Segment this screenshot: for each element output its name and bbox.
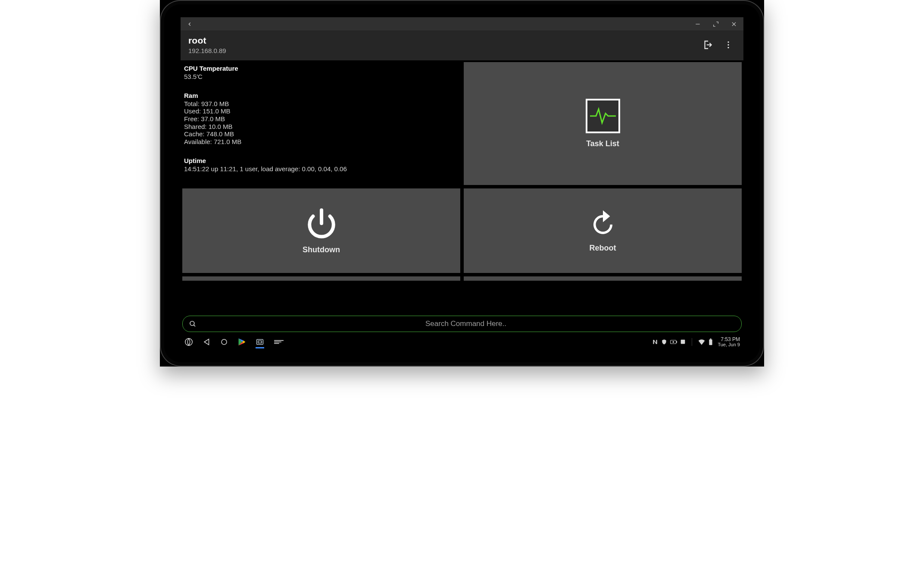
svg-rect-22	[710, 338, 712, 339]
close-icon	[731, 21, 737, 27]
ram-used: Used: 151.0 MB	[184, 107, 459, 115]
launcher-icon	[184, 337, 194, 347]
search-icon	[189, 320, 197, 328]
maximize-button[interactable]	[709, 18, 723, 31]
tray-app-icon	[680, 339, 686, 345]
power-icon	[306, 207, 337, 239]
tray-shield-icon	[661, 339, 667, 345]
svg-marker-10	[204, 339, 209, 345]
ram-available: Available: 721.0 MB	[184, 138, 459, 146]
wifi-icon	[698, 339, 705, 345]
nav-back-icon	[203, 338, 211, 346]
ram-free: Free: 37.0 MB	[184, 115, 459, 123]
svg-line-8	[194, 325, 195, 326]
minimize-button[interactable]	[691, 18, 705, 31]
svg-point-19	[673, 342, 674, 343]
tile-peek-left	[182, 276, 460, 281]
play-store-app[interactable]	[237, 338, 246, 346]
ram-shared: Shared: 10.0 MB	[184, 123, 459, 131]
ram-total: Total: 937.0 MB	[184, 100, 459, 108]
nav-home-button[interactable]	[220, 338, 228, 346]
maximize-icon	[713, 21, 719, 27]
recents-button[interactable]	[274, 338, 284, 345]
logout-button[interactable]	[699, 37, 716, 53]
svg-rect-21	[709, 339, 712, 345]
uptime-heading: Uptime	[184, 157, 459, 164]
system-info-panel: CPU Temperature 53.5'C Ram Total: 937.0 …	[182, 62, 460, 185]
page-subtitle: 192.168.0.89	[188, 47, 226, 54]
task-list-label: Task List	[586, 139, 619, 148]
svg-point-4	[727, 44, 729, 45]
recents-icon	[274, 338, 284, 345]
system-taskbar: 7:53 PM Tue, Jun 9	[181, 335, 743, 349]
minimize-icon	[695, 21, 701, 27]
ram-cache: Cache: 748.0 MB	[184, 130, 459, 138]
searchbar-area	[181, 312, 743, 335]
reboot-label: Reboot	[590, 244, 616, 253]
svg-rect-13	[258, 341, 262, 343]
tile-peek-right	[464, 276, 742, 281]
uptime-value: 14:51:22 up 11:21, 1 user, load average:…	[184, 165, 459, 173]
battery-icon	[708, 338, 713, 345]
screen: root 192.168.0.89	[181, 17, 743, 349]
tray-battery-saver-icon	[670, 339, 677, 345]
reboot-icon	[589, 209, 617, 238]
nav-back-button[interactable]	[203, 338, 211, 346]
clock-date: Tue, Jun 9	[718, 342, 740, 348]
close-button[interactable]	[727, 18, 741, 31]
activity-monitor-icon	[586, 99, 620, 133]
cpu-temp-value: 53.5'C	[184, 73, 459, 81]
task-list-tile[interactable]: Task List	[464, 62, 742, 185]
search-input[interactable]	[197, 320, 735, 328]
clock-time: 7:53 PM	[721, 337, 740, 342]
window-titlebar	[181, 17, 743, 31]
chevron-left-icon	[187, 21, 193, 27]
svg-rect-20	[681, 340, 685, 344]
svg-point-9	[185, 338, 193, 346]
app-header: root 192.168.0.89	[181, 31, 743, 60]
more-vertical-icon	[724, 40, 733, 50]
current-app-task[interactable]	[256, 338, 264, 346]
svg-rect-12	[257, 339, 263, 345]
cpu-temp-heading: CPU Temperature	[184, 65, 459, 72]
launcher-button[interactable]	[184, 337, 194, 347]
tray-n-icon	[652, 339, 658, 345]
svg-point-7	[190, 321, 194, 326]
reboot-tile[interactable]: Reboot	[464, 188, 742, 273]
svg-point-3	[727, 41, 729, 43]
system-tray[interactable]	[652, 339, 686, 345]
searchbar[interactable]	[182, 316, 742, 332]
svg-point-5	[727, 47, 729, 48]
status-icons[interactable]	[698, 338, 713, 345]
ram-heading: Ram	[184, 92, 459, 99]
svg-point-11	[222, 339, 227, 345]
play-store-icon	[237, 338, 246, 346]
svg-rect-18	[677, 342, 677, 343]
terminal-app-icon	[256, 338, 264, 346]
back-button[interactable]	[185, 18, 194, 31]
tray-separator	[692, 338, 692, 346]
main-content: CPU Temperature 53.5'C Ram Total: 937.0 …	[181, 60, 743, 312]
clock[interactable]: 7:53 PM Tue, Jun 9	[718, 337, 740, 347]
nav-home-icon	[220, 338, 228, 346]
shutdown-tile[interactable]: Shutdown	[182, 188, 460, 273]
more-menu-button[interactable]	[721, 38, 736, 52]
logout-icon	[702, 39, 713, 50]
shutdown-label: Shutdown	[303, 245, 340, 254]
page-title: root	[188, 35, 226, 46]
